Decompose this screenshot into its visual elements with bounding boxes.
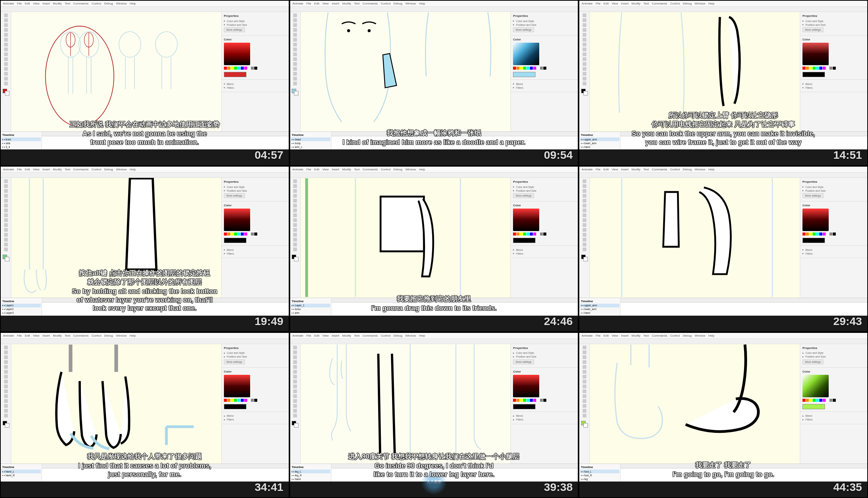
menu-control[interactable]: Control (91, 2, 101, 5)
section-blend[interactable]: ▸Blend (224, 248, 286, 252)
text-tool[interactable] (293, 38, 297, 42)
eye-icon[interactable]: • (2, 138, 3, 141)
menu-text[interactable]: Text (643, 2, 649, 5)
menu-help[interactable]: Help (708, 334, 714, 337)
eraser-tool[interactable] (583, 404, 586, 408)
rect-tool[interactable] (4, 213, 8, 217)
swatch[interactable] (224, 399, 227, 402)
section-filters[interactable]: ▸Filters (802, 252, 865, 255)
menu-view[interactable]: View (33, 2, 39, 5)
section-color-style[interactable]: ▸Color and Style (513, 351, 576, 355)
more-settings-button[interactable]: More settings (802, 27, 823, 32)
eyedropper-tool[interactable] (293, 67, 297, 71)
swatch[interactable] (802, 67, 805, 70)
fill-color[interactable] (5, 257, 9, 261)
section-color-style[interactable]: ▸Color and Style (802, 19, 865, 23)
pen-tool[interactable] (583, 199, 586, 203)
menu-commands[interactable]: Commands (362, 2, 378, 5)
zoom-tool[interactable] (293, 248, 297, 251)
swatch[interactable] (251, 399, 254, 402)
menu-help[interactable]: Help (419, 168, 425, 171)
swatch[interactable] (537, 67, 540, 70)
swatch[interactable] (829, 67, 832, 70)
eyedropper-tool[interactable] (293, 233, 297, 237)
eraser-tool[interactable] (583, 72, 586, 76)
swatch[interactable] (513, 67, 516, 70)
eraser-tool[interactable] (4, 404, 8, 408)
lock-icon[interactable]: • (293, 308, 294, 310)
eye-icon[interactable]: • (2, 308, 3, 310)
transform-tool[interactable] (4, 355, 8, 359)
menu-commands[interactable]: Commands (362, 334, 378, 337)
line-tool[interactable] (583, 375, 586, 379)
lock-icon[interactable]: • (4, 308, 4, 310)
eye-icon[interactable]: • (2, 304, 3, 307)
menu-commands[interactable]: Commands (73, 168, 89, 171)
swatch[interactable] (816, 67, 819, 70)
section-blend[interactable]: ▸Blend (224, 414, 286, 418)
swatch[interactable] (816, 399, 819, 402)
menu-modify[interactable]: Modify (342, 334, 351, 337)
more-settings-button[interactable]: More settings (802, 193, 823, 198)
more-settings-button[interactable]: More settings (513, 359, 534, 364)
section-filters[interactable]: ▸Filters (802, 418, 865, 422)
eraser-tool[interactable] (293, 72, 297, 76)
swatch[interactable] (224, 233, 227, 236)
section-color-style[interactable]: ▸Color and Style (802, 185, 865, 189)
more-settings-button[interactable]: More settings (224, 359, 245, 364)
swatch[interactable] (523, 67, 526, 70)
more-settings-button[interactable]: More settings (513, 193, 534, 198)
eye-icon[interactable]: • (581, 470, 582, 473)
text-tool[interactable] (583, 370, 586, 374)
lock-icon[interactable]: • (583, 304, 583, 307)
lock-icon[interactable]: • (293, 138, 294, 141)
eye-icon[interactable]: • (581, 146, 582, 148)
lock-icon[interactable]: • (293, 304, 294, 307)
menu-insert[interactable]: Insert (42, 2, 50, 5)
line-tool[interactable] (4, 375, 8, 379)
menu-commands[interactable]: Commands (652, 168, 667, 171)
menu-debug[interactable]: Debug (104, 2, 113, 5)
text-tool[interactable] (4, 204, 8, 207)
fill-color[interactable] (294, 257, 298, 261)
menu-control[interactable]: Control (670, 168, 680, 171)
menu-edit[interactable]: Edit (25, 168, 30, 171)
swatch[interactable] (809, 67, 812, 70)
eye-icon[interactable]: • (292, 470, 292, 473)
swatch[interactable] (813, 233, 816, 236)
eye-icon[interactable]: • (292, 146, 292, 148)
swatch[interactable] (533, 67, 536, 70)
bucket-tool[interactable] (583, 228, 586, 232)
text-tool[interactable] (4, 38, 8, 42)
eye-icon[interactable]: • (581, 142, 582, 145)
swatch[interactable] (234, 399, 237, 402)
lock-icon[interactable]: • (4, 312, 4, 314)
section-filters[interactable]: ▸Filters (802, 86, 865, 89)
menu-window[interactable]: Window (405, 2, 416, 5)
swatch[interactable] (248, 67, 251, 70)
swatch[interactable] (530, 399, 533, 402)
brush-tool[interactable] (583, 223, 586, 227)
subselect-tool[interactable] (583, 18, 586, 22)
eye-icon[interactable]: • (292, 304, 292, 307)
line-tool[interactable] (4, 43, 8, 46)
section-blend[interactable]: ▸Blend (802, 248, 865, 252)
swatch[interactable] (833, 233, 836, 236)
swatch[interactable] (248, 233, 251, 236)
section-color-style[interactable]: ▸Color and Style (224, 19, 286, 23)
swatch[interactable] (251, 233, 254, 236)
menu-commands[interactable]: Commands (652, 334, 667, 337)
selection-tool[interactable] (583, 346, 586, 349)
swatch[interactable] (227, 233, 230, 236)
pen-tool[interactable] (583, 365, 586, 369)
menu-modify[interactable]: Modify (632, 2, 641, 5)
pen-tool[interactable] (293, 33, 297, 37)
selection-tool[interactable] (4, 179, 8, 183)
menu-file[interactable]: File (17, 168, 22, 171)
pencil-tool[interactable] (4, 385, 8, 388)
subselect-tool[interactable] (583, 184, 586, 188)
lock-icon[interactable]: • (293, 470, 294, 473)
lasso-tool[interactable] (4, 28, 8, 32)
fill-color[interactable] (583, 91, 588, 95)
selection-tool[interactable] (293, 13, 297, 17)
